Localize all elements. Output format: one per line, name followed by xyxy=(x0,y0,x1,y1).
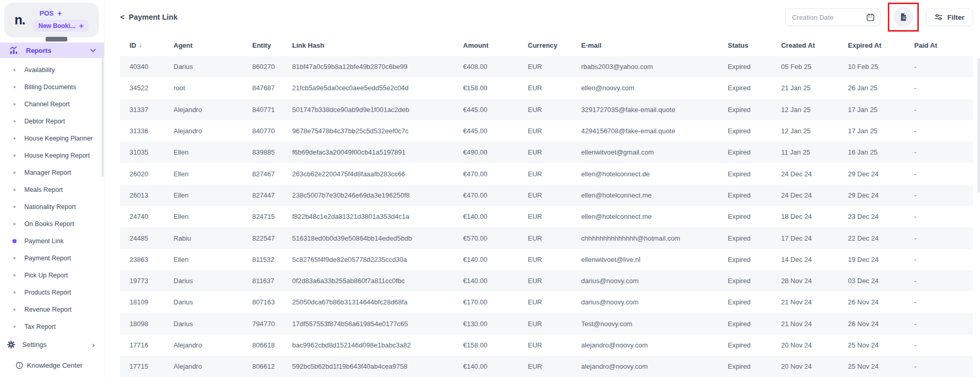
table-row[interactable]: 26013 Ellen 827447 238c5007b7e30b246e69d… xyxy=(120,185,973,206)
cell-entity: 827447 xyxy=(252,191,292,199)
column-header-agent[interactable]: Agent xyxy=(174,41,252,49)
new-booking-button[interactable]: New Booki... + xyxy=(33,20,89,32)
cell-amount: €470.00 xyxy=(463,170,528,178)
column-header-expired-at[interactable]: Expired At xyxy=(848,41,914,49)
column-header-email[interactable]: E-mail xyxy=(581,41,728,49)
table-row[interactable]: 23863 Ellen 811532 5c82765f4f9de82e05778… xyxy=(120,249,973,270)
sidebar-report-item[interactable]: House Keeping Report xyxy=(0,147,104,164)
cell-id: 40340 xyxy=(129,63,174,71)
cell-link-hash: 501747b338dce90ab9d9e1f001ac2deb xyxy=(292,106,463,114)
bullet-icon xyxy=(13,86,16,88)
column-header-created-at[interactable]: Created At xyxy=(781,41,848,49)
table-row[interactable]: 24740 Ellen 824715 f822b48c1e2da81321d38… xyxy=(120,206,973,227)
creation-date-filter[interactable] xyxy=(785,8,881,26)
cell-email: darius@noovy.com xyxy=(581,277,728,285)
page-title[interactable]: < Payment Link xyxy=(120,13,178,21)
bullet-icon xyxy=(13,274,16,276)
sidebar-report-item[interactable]: Billing Documents xyxy=(0,78,104,95)
table-row[interactable]: 19773 Darius 811637 0f2d83a6a33b255ab860… xyxy=(120,270,973,291)
sidebar-report-item[interactable]: Payment Link xyxy=(0,232,104,249)
filter-button[interactable]: Filter xyxy=(926,8,973,26)
column-header-entity[interactable]: Entity xyxy=(252,41,292,49)
cell-created-at: 20 Nov 24 xyxy=(781,362,848,370)
table-row[interactable]: 18098 Darius 794770 17df557553f874b56a61… xyxy=(120,313,973,334)
pos-button[interactable]: POS + xyxy=(33,8,64,18)
cell-created-at: 21 Nov 24 xyxy=(781,298,848,306)
sidebar-report-item[interactable]: Manager Report xyxy=(0,164,104,181)
cell-email: rbabs2003@yahoo.com xyxy=(581,63,728,71)
column-header-amount[interactable]: Amount xyxy=(463,41,528,49)
cell-entity: 807163 xyxy=(252,298,292,306)
cell-link-hash: 81bf47a0c59b8a12bfe49b2870c6be99 xyxy=(292,63,463,71)
table-row[interactable]: 18109 Darius 807163 25050dca67b86b313146… xyxy=(120,291,973,313)
sidebar-report-item[interactable]: Availability xyxy=(0,61,104,78)
cell-agent: Alejandro xyxy=(174,362,252,370)
sidebar-item-settings[interactable]: Settings › xyxy=(0,335,104,354)
cell-entity: 794770 xyxy=(252,320,292,328)
cell-expired-at: 26 Jan 25 xyxy=(848,84,914,92)
sidebar-report-item[interactable]: On Books Report xyxy=(0,215,104,232)
sidebar-report-item[interactable]: Channel Report xyxy=(0,95,104,113)
cell-link-hash: f6b69defac3a20049f00cb41a5197891 xyxy=(292,148,463,156)
sidebar-report-item[interactable]: House Keeping Planner xyxy=(0,130,104,147)
sort-desc-icon: ↓ xyxy=(139,41,142,49)
sidebar-report-item[interactable]: Nationality Report xyxy=(0,198,104,215)
sidebar-report-item[interactable]: Meals Report xyxy=(0,181,104,198)
table-row[interactable]: 26020 Ellen 827467 263cb62e2200475f4d8fa… xyxy=(120,163,973,184)
table-row[interactable]: 31035 Ellen 839885 f6b69defac3a20049f00c… xyxy=(120,142,973,163)
sidebar-report-item[interactable]: Payment Report xyxy=(0,249,104,267)
cell-amount: €158.00 xyxy=(463,341,528,349)
cell-paid-at: - xyxy=(914,191,973,199)
cell-status: Expired xyxy=(728,277,781,285)
bullet-icon xyxy=(13,257,16,259)
back-chevron-icon[interactable]: < xyxy=(120,13,124,21)
creation-date-input[interactable] xyxy=(792,13,866,21)
sidebar-report-item[interactable]: Revenue Report xyxy=(0,301,104,318)
cell-amount: €490.00 xyxy=(463,148,528,156)
brand-card: n. POS + New Booki... + xyxy=(4,3,99,37)
cell-status: Expired xyxy=(728,170,781,178)
table-row[interactable]: 31336 Alejandro 840770 9678e75478b4c37bb… xyxy=(120,120,973,142)
column-header-paid-at[interactable]: Paid At xyxy=(914,41,973,49)
cell-status: Expired xyxy=(728,298,781,306)
cell-status: Expired xyxy=(728,234,781,242)
cell-link-hash: f822b48c1e2da81321d3801a353d4c1a xyxy=(292,213,463,220)
knowledge-center-link[interactable]: Knowledge Center xyxy=(0,355,104,377)
sidebar-report-item[interactable]: Debtor Report xyxy=(0,113,104,130)
column-header-id[interactable]: ID ↓ xyxy=(129,41,174,49)
table-row[interactable]: 34522 root 847687 21fcb5a9e5da0cec0aee5e… xyxy=(120,77,973,99)
cell-link-hash: 516318ed0b0d39e50864bb14eded5bdb xyxy=(292,234,463,242)
cell-agent: Darius xyxy=(174,298,252,306)
sidebar-group-reports[interactable]: Reports xyxy=(0,43,104,58)
cell-expired-at: 03 Dec 24 xyxy=(848,277,914,285)
cell-currency: EUR xyxy=(528,234,581,242)
cell-amount: €445.00 xyxy=(463,106,528,114)
column-header-link-hash[interactable]: Link Hash xyxy=(292,41,463,49)
cell-paid-at: - xyxy=(914,298,973,306)
export-report-button[interactable] xyxy=(893,7,913,27)
cell-link-hash: 592bc5b62bd1f19b643f40ab4cea9758 xyxy=(292,362,463,370)
sidebar-scrollbar[interactable] xyxy=(102,45,104,177)
column-header-currency[interactable]: Currency xyxy=(528,41,581,49)
column-header-status[interactable]: Status xyxy=(728,41,781,49)
sidebar-report-item[interactable]: Products Report xyxy=(0,284,104,301)
plus-icon: + xyxy=(79,22,84,30)
cell-paid-at: - xyxy=(914,234,973,242)
table-row[interactable]: 17716 Alejandro 806618 bac9962cbd8d15214… xyxy=(120,334,973,356)
cell-paid-at: - xyxy=(914,277,973,285)
table-row[interactable]: 24485 Rabiu 822547 516318ed0b0d39e50864b… xyxy=(120,227,973,248)
cell-email: ellen@noovy.com xyxy=(581,84,728,92)
cell-expired-at: 25 Nov 24 xyxy=(848,341,914,349)
cell-created-at: 24 Dec 24 xyxy=(781,191,848,199)
table-scrollbar[interactable] xyxy=(977,58,980,193)
sidebar-report-item[interactable]: Tax Report xyxy=(0,318,104,335)
sidebar-group-label: Reports xyxy=(26,47,51,54)
cell-email: chhhhhhhhhhhhhh@hotmail.com xyxy=(581,234,728,242)
table-row[interactable]: 31337 Alejandro 840771 501747b338dce90ab… xyxy=(120,99,973,120)
table-row[interactable]: 40340 Darius 860270 81bf47a0c59b8a12bfe4… xyxy=(120,56,973,77)
table-row[interactable]: 17715 Alejandro 806612 592bc5b62bd1f19b6… xyxy=(120,356,973,377)
cell-created-at: 18 Dec 24 xyxy=(781,213,848,220)
calendar-icon[interactable] xyxy=(866,13,875,22)
cell-currency: EUR xyxy=(528,84,581,92)
sidebar-report-item[interactable]: Pick Up Report xyxy=(0,267,104,284)
